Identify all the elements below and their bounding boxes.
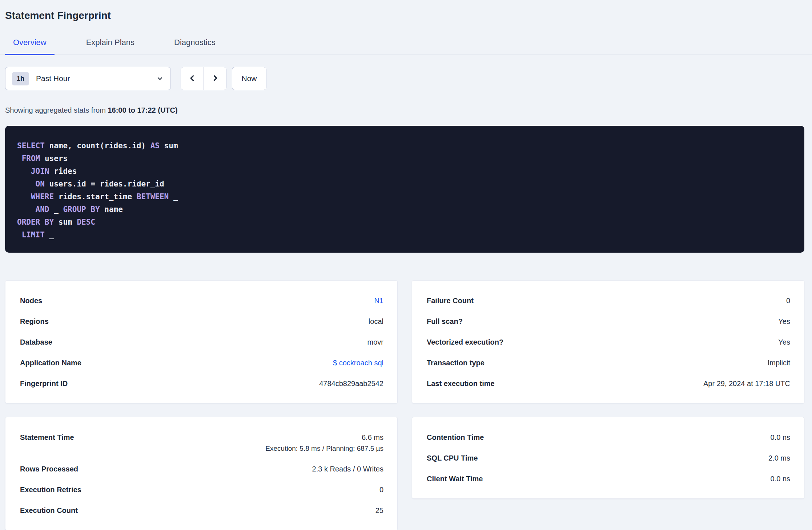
row-value-stack: 0 bbox=[379, 486, 383, 494]
card-row: Application Name $ cockroach sql bbox=[20, 359, 383, 367]
row-label: Vectorized execution? bbox=[427, 338, 503, 346]
row-label: Failure Count bbox=[427, 297, 474, 305]
card-row: Execution Retries 0 bbox=[20, 486, 383, 494]
sql-line: FROM users bbox=[17, 152, 792, 165]
row-label: Last execution time bbox=[427, 380, 495, 388]
time-range-dropdown[interactable]: 1h Past Hour bbox=[5, 67, 171, 90]
row-value: Yes bbox=[778, 317, 790, 326]
chevron-left-icon bbox=[189, 75, 196, 83]
statement-times-card: Statement Time 6.6 ms Execution: 5.8 ms … bbox=[5, 417, 398, 530]
previous-range-button[interactable] bbox=[181, 67, 204, 90]
chevron-down-icon bbox=[157, 75, 163, 82]
row-value-stack: 4784cb829aab2542 bbox=[319, 380, 383, 388]
summary-cards: Nodes N1 Regions local Database movr App… bbox=[5, 280, 804, 530]
sql-line: WHERE rides.start_time BETWEEN _ bbox=[17, 190, 792, 203]
card-row: Client Wait Time 0.0 ns bbox=[427, 475, 790, 483]
row-label: Full scan? bbox=[427, 317, 463, 326]
time-controls: 1h Past Hour Now bbox=[5, 67, 804, 90]
next-range-button[interactable] bbox=[204, 67, 226, 90]
row-value: 2.3 k Reads / 0 Writes bbox=[312, 465, 383, 473]
card-row: Last execution time Apr 29, 2024 at 17:1… bbox=[427, 380, 790, 388]
statement-details-card: Nodes N1 Regions local Database movr App… bbox=[5, 280, 398, 403]
row-value-stack: 0.0 ns bbox=[771, 475, 790, 483]
row-value-stack: Yes bbox=[778, 317, 790, 326]
tab-diagnostics-label: Diagnostics bbox=[174, 38, 216, 47]
card-row: SQL CPU Time 2.0 ms bbox=[427, 454, 790, 462]
sql-line: ON users.id = rides.rider_id bbox=[17, 178, 792, 190]
row-value-link[interactable]: N1 bbox=[374, 297, 383, 305]
tab-diagnostics[interactable]: Diagnostics bbox=[166, 38, 224, 55]
sql-statement: SELECT name, count(rides.id) AS sum FROM… bbox=[5, 126, 804, 253]
row-value: 2.0 ms bbox=[768, 454, 790, 462]
tab-explain-plans[interactable]: Explain Plans bbox=[78, 38, 142, 55]
time-range-label: Past Hour bbox=[36, 74, 70, 83]
card-row: Statement Time 6.6 ms Execution: 5.8 ms … bbox=[20, 433, 383, 453]
row-subvalue: Execution: 5.8 ms / Planning: 687.5 µs bbox=[265, 445, 383, 453]
other-execution-statistics-rows: Contention Time 0.0 ns SQL CPU Time 2.0 … bbox=[427, 433, 790, 483]
sql-line: LIMIT _ bbox=[17, 229, 792, 241]
sql-line: AND _ GROUP BY name bbox=[17, 203, 792, 216]
card-row: Nodes N1 bbox=[20, 297, 383, 305]
card-row: Transaction type Implicit bbox=[427, 359, 790, 367]
statement-details-rows: Nodes N1 Regions local Database movr App… bbox=[20, 297, 383, 388]
row-label: Regions bbox=[20, 317, 49, 326]
row-value: 0 bbox=[786, 297, 790, 305]
row-value-stack: 6.6 ms Execution: 5.8 ms / Planning: 687… bbox=[265, 433, 383, 453]
row-value: 0.0 ns bbox=[771, 433, 790, 442]
now-button[interactable]: Now bbox=[232, 67, 266, 90]
row-label: Contention Time bbox=[427, 433, 484, 442]
tab-overview-label: Overview bbox=[13, 38, 47, 47]
chevron-right-icon bbox=[212, 75, 219, 83]
row-value-stack: 25 bbox=[375, 506, 383, 515]
row-label: Client Wait Time bbox=[427, 475, 483, 483]
tab-overview[interactable]: Overview bbox=[5, 38, 55, 55]
time-range-badge: 1h bbox=[12, 72, 29, 85]
card-row: Vectorized execution? Yes bbox=[427, 338, 790, 346]
card-row: Regions local bbox=[20, 317, 383, 326]
row-value-stack: $ cockroach sql bbox=[333, 359, 383, 367]
row-label: Transaction type bbox=[427, 359, 485, 367]
row-value: local bbox=[369, 317, 383, 326]
row-value-stack: movr bbox=[367, 338, 383, 346]
row-label: Nodes bbox=[20, 297, 42, 305]
row-value: 6.6 ms bbox=[362, 433, 383, 442]
row-label: SQL CPU Time bbox=[427, 454, 478, 462]
execution-attributes-rows: Failure Count 0 Full scan? Yes Vectorize… bbox=[427, 297, 790, 388]
card-row: Contention Time 0.0 ns bbox=[427, 433, 790, 442]
row-label: Fingerprint ID bbox=[20, 380, 68, 388]
statement-fingerprint-page: Statement Fingerprint Overview Explain P… bbox=[0, 9, 812, 530]
page-title: Statement Fingerprint bbox=[5, 9, 804, 22]
row-value-stack: 2.3 k Reads / 0 Writes bbox=[312, 465, 383, 473]
sql-line: ORDER BY sum DESC bbox=[17, 216, 792, 229]
row-value: 4784cb829aab2542 bbox=[319, 380, 383, 388]
row-value: 25 bbox=[375, 506, 383, 515]
row-label: Rows Processed bbox=[20, 465, 78, 473]
row-value-link[interactable]: $ cockroach sql bbox=[333, 359, 383, 367]
statement-times-rows: Statement Time 6.6 ms Execution: 5.8 ms … bbox=[20, 433, 383, 515]
row-label: Execution Retries bbox=[20, 486, 81, 494]
sql-line: SELECT name, count(rides.id) AS sum bbox=[17, 140, 792, 152]
range-step-buttons bbox=[181, 67, 226, 90]
row-value-stack: Implicit bbox=[768, 359, 790, 367]
row-value: Yes bbox=[778, 338, 790, 346]
row-value: Implicit bbox=[768, 359, 790, 367]
card-row: Database movr bbox=[20, 338, 383, 346]
row-label: Statement Time bbox=[20, 433, 74, 442]
card-row: Rows Processed 2.3 k Reads / 0 Writes bbox=[20, 465, 383, 473]
aggregated-stats-range: 16:00 to 17:22 (UTC) bbox=[108, 106, 177, 114]
row-label: Database bbox=[20, 338, 52, 346]
row-value: 0 bbox=[379, 486, 383, 494]
row-value-stack: Apr 29, 2024 at 17:18 UTC bbox=[703, 380, 790, 388]
aggregated-stats-note-prefix: Showing aggregated stats from bbox=[5, 106, 108, 114]
sql-line: JOIN rides bbox=[17, 165, 792, 178]
row-value: Apr 29, 2024 at 17:18 UTC bbox=[703, 380, 790, 388]
tab-explain-plans-label: Explain Plans bbox=[86, 38, 134, 47]
card-row: Full scan? Yes bbox=[427, 317, 790, 326]
card-row: Execution Count 25 bbox=[20, 506, 383, 515]
row-value: movr bbox=[367, 338, 383, 346]
row-value-stack: 2.0 ms bbox=[768, 454, 790, 462]
other-execution-statistics-card: Contention Time 0.0 ns SQL CPU Time 2.0 … bbox=[412, 417, 804, 499]
row-value-stack: Yes bbox=[778, 338, 790, 346]
row-label: Execution Count bbox=[20, 506, 78, 515]
row-label: Application Name bbox=[20, 359, 81, 367]
